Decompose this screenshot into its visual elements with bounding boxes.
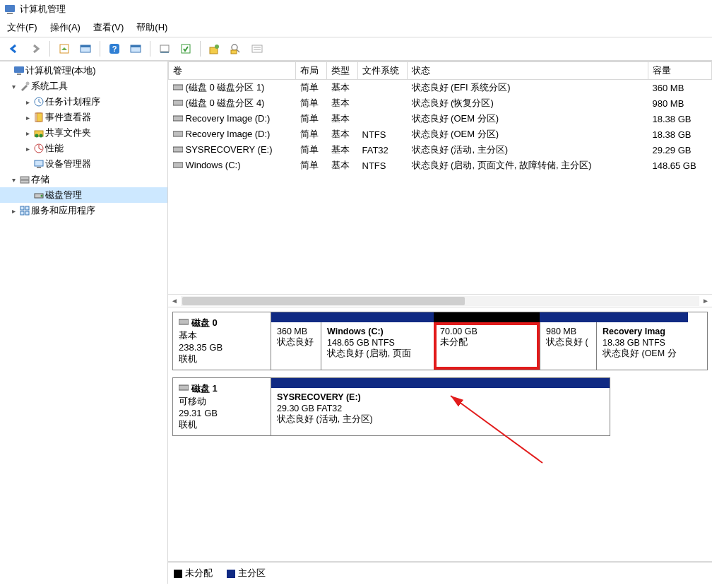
svg-rect-0 [5,5,15,12]
services-icon [18,205,31,216]
disk-0-info[interactable]: 磁盘 0 基本 238.35 GB 联机 [172,312,271,370]
tree-root[interactable]: 计算机管理(本地) [0,63,167,78]
table-row[interactable]: Recovery Image (D:)简单基本状态良好 (OEM 分区)18.3… [169,111,712,127]
svg-rect-33 [20,180,29,183]
disk-1-partition[interactable]: SYSRECOVERY (E:) 29.30 GB FAT32 状态良好 (活动… [271,388,610,435]
tool-btn-5[interactable] [177,40,194,57]
disk-0-size: 238.35 GB [179,342,265,353]
disk-0-partition[interactable]: Windows (C:)148.65 GB NTFS状态良好 (启动, 页面 [321,322,434,370]
toolbar: ? [0,37,712,61]
col-type[interactable]: 类型 [327,62,358,80]
disk-0-partitions: 360 MB状态良好Windows (C:)148.65 GB NTFS状态良好… [271,312,708,370]
tool-btn-4[interactable] [156,40,173,57]
svg-rect-38 [20,211,24,215]
tool-btn-2[interactable] [77,40,94,57]
menu-view[interactable]: 查看(V) [93,21,124,34]
tree-diskmgmt-label: 磁盘管理 [45,189,82,201]
col-volume[interactable]: 卷 [169,62,296,80]
menu-action[interactable]: 操作(A) [50,21,81,34]
disk-1-block[interactable]: 磁盘 1 可移动 29.31 GB 联机 SYSRECOVERY (E:) 29… [172,377,708,436]
svg-rect-30 [35,160,43,166]
tree-systools[interactable]: ▾ 系统工具 [0,78,167,94]
expand-icon[interactable]: ▸ [23,145,32,153]
table-row[interactable]: (磁盘 0 磁盘分区 4)简单基本状态良好 (恢复分区)980 MB [169,95,712,111]
tree-services-apps[interactable]: ▸ 服务和应用程序 [0,203,167,218]
help-icon[interactable]: ? [106,40,123,57]
legend-unalloc: 未分配 [174,567,213,580]
svg-rect-47 [179,385,189,390]
tool-btn-8[interactable] [249,40,266,57]
svg-text:?: ? [112,45,117,53]
disk-0-block[interactable]: 磁盘 0 基本 238.35 GB 联机 360 MB状态良好Windows (… [172,312,708,370]
tool-btn-1[interactable] [56,40,73,57]
disk-0-partition[interactable]: 360 MB状态良好 [271,322,321,370]
tree-disk-management[interactable]: 磁盘管理 [0,187,167,203]
table-row[interactable]: Recovery Image (D:)简单基本NTFS状态良好 (OEM 分区)… [169,127,712,142]
menu-help[interactable]: 帮助(H) [136,21,167,34]
col-fs[interactable]: 文件系统 [358,62,408,80]
disk-0-partition[interactable]: 70.00 GB未分配 [434,322,540,370]
tool-btn-3[interactable] [127,40,144,57]
collapse-icon[interactable]: ▾ [8,176,18,184]
partition-status: 状态良好 (活动, 主分区) [277,413,604,425]
back-button[interactable] [6,40,23,57]
svg-rect-32 [20,177,29,180]
menu-file[interactable]: 文件(F) [7,21,37,34]
tree-task-scheduler[interactable]: ▸ 任务计划程序 [0,94,167,110]
horizontal-scrollbar[interactable]: ◄ ► [168,294,712,307]
expand-icon[interactable]: ▸ [23,114,32,122]
expand-icon[interactable]: ▸ [23,98,32,106]
tree-root-label: 计算机管理(本地) [25,64,96,77]
col-capacity[interactable]: 容量 [648,62,712,80]
forward-button[interactable] [27,40,44,57]
partition-title: SYSRECOVERY (E:) [277,392,604,402]
svg-rect-8 [131,45,141,47]
storage-icon [18,174,31,185]
tree-eventviewer-label: 事件查看器 [45,111,91,124]
tool-btn-7[interactable] [227,40,244,57]
disk-1-info[interactable]: 磁盘 1 可移动 29.31 GB 联机 [172,377,271,436]
scroll-thumb[interactable] [182,297,465,305]
tool-btn-6[interactable] [206,40,223,57]
volume-table[interactable]: 卷 布局 类型 文件系统 状态 容量 (磁盘 0 磁盘分区 1)简单基本状态良好… [168,61,712,173]
expand-icon[interactable]: ▸ [23,129,32,137]
tree-shared-folders[interactable]: ▸ 共享文件夹 [0,125,167,141]
volume-list-pane: 卷 布局 类型 文件系统 状态 容量 (磁盘 0 磁盘分区 1)简单基本状态良好… [168,61,712,307]
navigation-tree[interactable]: 计算机管理(本地) ▾ 系统工具 ▸ 任务计划程序 ▸ 事件查看器 ▸ 共享文件… [0,61,168,584]
svg-point-14 [232,45,237,50]
scroll-left-icon[interactable]: ◄ [168,297,181,305]
disk-1-size: 29.31 GB [179,408,265,418]
svg-rect-16 [231,50,237,54]
tree-event-viewer[interactable]: ▸ 事件查看器 [0,110,167,125]
disk-graphic-pane: 磁盘 0 基本 238.35 GB 联机 360 MB状态良好Windows (… [168,307,712,562]
svg-rect-44 [173,147,183,152]
table-row[interactable]: Windows (C:)简单基本NTFS状态良好 (启动, 页面文件, 故障转储… [169,158,712,173]
table-row[interactable]: (磁盘 0 磁盘分区 1)简单基本状态良好 (EFI 系统分区)360 MB [169,80,712,96]
disk-0-partition[interactable]: 980 MB状态良好 ( [540,322,596,370]
table-header-row[interactable]: 卷 布局 类型 文件系统 状态 容量 [169,62,712,80]
tree-sharedfolders-label: 共享文件夹 [45,127,91,139]
tree-storage-label: 存储 [31,173,49,186]
svg-rect-41 [173,100,183,105]
svg-rect-1 [7,13,13,14]
table-row[interactable]: SYSRECOVERY (E:)简单基本FAT32状态良好 (活动, 主分区)2… [169,142,712,158]
expand-icon[interactable]: ▸ [8,207,18,215]
scroll-track[interactable] [181,296,699,306]
svg-rect-10 [160,52,169,53]
col-status[interactable]: 状态 [408,62,648,80]
removable-disk-icon [179,383,189,394]
svg-rect-9 [160,45,169,52]
tree-device-manager[interactable]: 设备管理器 [0,156,167,172]
tree-storage[interactable]: ▾ 存储 [0,172,167,187]
tree-performance[interactable]: ▸ 性能 [0,141,167,156]
tree-services-label: 服务和应用程序 [31,204,95,217]
svg-rect-21 [17,74,21,75]
disk-0-partition[interactable]: Recovery Imag18.38 GB NTFS状态良好 (OEM 分 [596,322,688,370]
clock-icon [32,96,45,107]
svg-rect-42 [173,116,183,121]
collapse-icon[interactable]: ▾ [8,83,18,90]
computer-icon [13,65,25,76]
scroll-right-icon[interactable]: ► [699,297,712,305]
tree-tasksched-label: 任务计划程序 [45,95,100,108]
col-layout[interactable]: 布局 [296,62,327,80]
